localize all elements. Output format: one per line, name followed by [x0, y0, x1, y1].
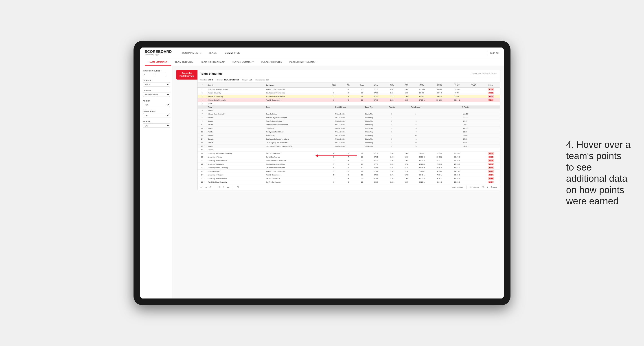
table-row[interactable]: 22 Mississippi State University Southeas… [198, 166, 500, 170]
copy-button[interactable]: ⎘ [223, 186, 224, 188]
cell-school: University of Oregon [207, 173, 265, 177]
table-row[interactable]: 5 Texas T... [198, 102, 500, 106]
cell-points[interactable]: 90.22 [482, 95, 500, 98]
share-button[interactable]: ⤴ Share [491, 186, 497, 188]
event-detail-row[interactable]: 11 Univers Copper Cup NCAA Division I Ma… [198, 127, 500, 130]
tab-team-h2h-grid[interactable]: TEAM H2H GRID [171, 58, 197, 66]
crop-button[interactable]: ⊡ [218, 186, 220, 188]
table-row-highlighted[interactable]: 4 Arizona State University Pac-12 Confer… [198, 98, 500, 102]
cell-overall: 33-19-1 [430, 98, 448, 102]
annotation-line4: additional data [566, 173, 628, 184]
cell-rounds [383, 109, 401, 112]
bottom-toolbar: ↩ ↪ ↺ ⊡ [198, 184, 500, 190]
event-detail-row[interactable]: 10 Univers National Invitational Tournam… [198, 123, 500, 127]
share-label: Share [492, 186, 497, 188]
table-row[interactable]: 21 University of Alabama Southeastern Co… [198, 163, 500, 166]
cell-rounds: 3 [383, 130, 401, 134]
cell-event: 2023 Sahalee Players Championship [265, 145, 326, 148]
cell-points[interactable]: 93.31 [482, 91, 500, 95]
view-original-button[interactable]: View: Original [452, 186, 463, 188]
event-detail-row[interactable]: 7 Arizona State University Cabo Collegia… [198, 112, 500, 116]
cell-points[interactable]: 97.02 [482, 88, 500, 91]
cell-points[interactable] [482, 148, 500, 152]
min-rounds-input-max[interactable] [156, 73, 166, 76]
copy-icon: ⎘ [223, 186, 224, 188]
sidebar-select-gender[interactable]: Men's Women's [143, 82, 170, 86]
table-row-expanded[interactable]: 3 Vanderbilt University Southeastern Con… [198, 95, 500, 98]
cell-rank-impact: +0 [401, 134, 430, 137]
table-row[interactable]: 17 Univers [198, 148, 500, 152]
table-row[interactable]: 1 University of North Carolina Atlantic … [198, 88, 500, 91]
annotation-line3: to see [566, 162, 592, 173]
cell-rnds: 19 [356, 95, 369, 98]
cell-conference [265, 148, 326, 152]
table-row[interactable]: 18 University of California, Berkeley Pa… [198, 152, 500, 155]
table-row[interactable]: 25 University of North Florida ASUN Conf… [198, 177, 500, 180]
tab-team-h2h-heatmap[interactable]: TEAM H2H HEATMAP [197, 58, 228, 66]
table-header-row: # School Conference ConfRank NoTour Rnds… [198, 82, 500, 88]
table-row[interactable]: 20 University of New Mexico Mountain Wes… [198, 159, 500, 163]
event-detail-row[interactable]: 15 East Tei OFCC Fighting Illini Invitat… [198, 141, 500, 145]
event-detail-row[interactable]: 16 Univers 2023 Sahalee Players Champion… [198, 145, 500, 148]
sidebar-select-conference[interactable]: (All) [143, 113, 170, 117]
cell-w-points: 84.97 [430, 119, 500, 123]
event-col-division: Event Division [326, 106, 356, 109]
table-row[interactable]: 26 The Ohio State University Big Ten Con… [198, 180, 500, 184]
table-row[interactable]: 2 Auburn University Southeastern Confere… [198, 91, 500, 95]
sidebar-select-region[interactable]: N/A [143, 103, 170, 107]
cell-rounds: 3 [383, 119, 401, 123]
cell-conference: Pac-12 Conference [265, 98, 326, 102]
table-row[interactable]: 24 University of Oregon Pac-12 Conferenc… [198, 173, 500, 177]
col-wins: Wins [369, 82, 383, 88]
cell-points[interactable]: 80.94 [482, 180, 500, 184]
tab-player-h2h-heatmap[interactable]: PLAYER H2H HEATMAP [286, 58, 320, 66]
redo-button[interactable]: ↪ [205, 186, 207, 188]
nav-teams[interactable]: TEAMS [206, 51, 220, 55]
event-detail-row[interactable]: 12 Florida I The Cypress Point Classic N… [198, 130, 500, 134]
event-detail-row[interactable]: 14 Georgia Ben Hogan Collegiate Invitati… [198, 137, 500, 141]
cell-points[interactable]: 88.49 [482, 159, 500, 163]
sidebar-select-school[interactable]: (All) [143, 124, 170, 128]
dash-button[interactable]: — [227, 186, 229, 188]
nav-tournaments[interactable]: TOURNAMENTS [178, 51, 205, 55]
sidebar-label-school: School [143, 121, 170, 123]
event-detail-row[interactable]: 9 Univers Amer An Intercollegiate NCAA D… [198, 119, 500, 123]
sidebar-select-division[interactable]: NCAA Division I [143, 93, 170, 97]
cell-points[interactable] [482, 102, 500, 106]
comment-button[interactable]: 💬 [482, 186, 484, 188]
cell-points[interactable]: 83.41 [482, 166, 500, 170]
cell-points[interactable]: 83.89 [482, 177, 500, 180]
grid-button[interactable]: ⊞ [487, 186, 488, 188]
clock-button[interactable]: ⏱ [237, 186, 239, 188]
tab-team-summary[interactable]: TEAM SUMMARY [145, 58, 171, 66]
col-vs-top25: Vs Top25 [448, 82, 466, 88]
sidebar-division: Division NCAA Division I [143, 90, 170, 97]
tab-player-h2h-grid[interactable]: PLAYER H2H GRID [258, 58, 286, 66]
table-row[interactable]: 19 University of Texas Big 12 Conference… [198, 155, 500, 159]
table-row[interactable]: 23 Duke University Atlantic Coast Confer… [198, 170, 500, 173]
event-detail-row[interactable]: 8 Univers Southern Highlands Collegiate … [198, 116, 500, 119]
reset-button[interactable]: ↺ [209, 186, 211, 188]
cell-points[interactable]: 88.70 [482, 155, 500, 159]
watch-button[interactable]: 👁 Watch ▾ [470, 186, 479, 188]
cell-points[interactable]: 88.48 [482, 163, 500, 166]
cell-points[interactable]: 83.07 [482, 152, 500, 155]
cell-rnds: 16 [356, 98, 369, 102]
undo-button[interactable]: ↩ [200, 186, 202, 188]
watch-label: Watch ▾ [472, 186, 479, 188]
cell-rounds: 3 [383, 116, 401, 119]
cell-school: University of North Carolina [207, 88, 265, 91]
event-detail-row[interactable]: 13 Univers Williams Cup NCAA Division I … [198, 134, 500, 137]
event-col-rank-impact: Rank Impact [401, 106, 430, 109]
event-detail-row[interactable]: 6 Univers [198, 109, 500, 112]
sign-out-link[interactable]: Sign out [487, 51, 499, 54]
cell-points[interactable]: 88.54 [482, 173, 500, 177]
cell-event-division: NCAA Division I [326, 127, 356, 130]
nav-committee[interactable]: COMMITTEE [222, 51, 243, 55]
min-rounds-input-min[interactable] [143, 73, 153, 76]
cell-points[interactable]: 88.71 [482, 170, 500, 173]
standings-header: Team Standings Update time: 13/03/2024 1… [198, 70, 500, 77]
tab-player-summary[interactable]: PLAYER SUMMARY [228, 58, 258, 66]
cell-conference [265, 102, 326, 106]
cell-points[interactable]: 79.5 [482, 98, 500, 102]
